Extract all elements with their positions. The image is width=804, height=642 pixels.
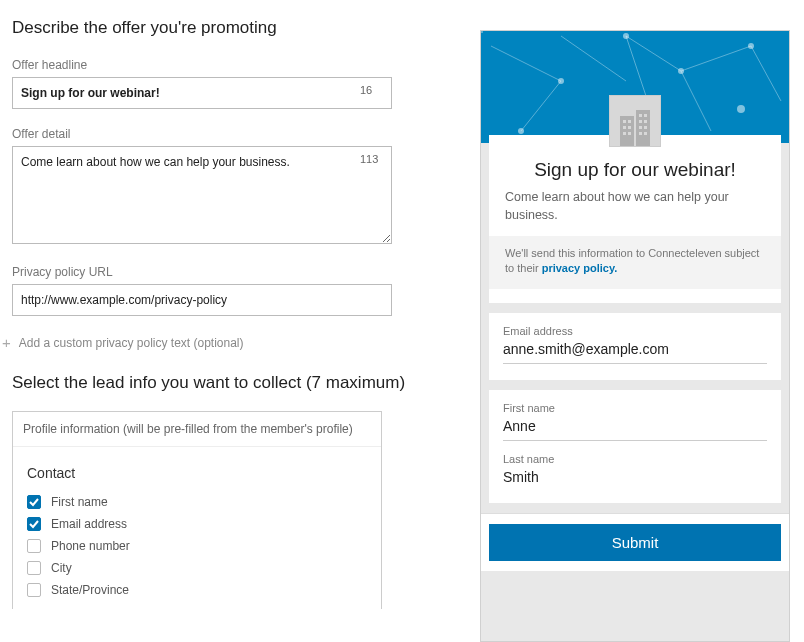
preview-disclosure: We'll send this information to Connectel… xyxy=(489,236,781,289)
section-title-offer: Describe the offer you're promoting xyxy=(12,18,460,38)
svg-rect-22 xyxy=(639,114,642,117)
offer-headline-charcount: 16 xyxy=(360,84,372,96)
svg-line-3 xyxy=(681,46,751,71)
field-privacy-url: Privacy policy URL xyxy=(12,265,460,316)
form-preview-pane: Sign up for our webinar! Come learn abou… xyxy=(480,30,790,642)
submit-bar: Submit xyxy=(481,513,789,571)
add-privacy-text-row[interactable]: + Add a custom privacy policy text (opti… xyxy=(12,334,460,351)
svg-rect-16 xyxy=(623,120,626,123)
form-editor-pane: Describe the offer you're promoting Offe… xyxy=(0,0,480,642)
preview-card: Sign up for our webinar! Come learn abou… xyxy=(489,135,781,303)
checkbox-icon[interactable] xyxy=(27,561,41,575)
svg-line-6 xyxy=(681,71,711,131)
svg-point-8 xyxy=(558,78,564,84)
checkbox-checked-icon[interactable] xyxy=(27,517,41,531)
svg-rect-14 xyxy=(620,116,634,146)
email-label: Email address xyxy=(503,325,767,337)
svg-line-0 xyxy=(491,46,561,81)
svg-rect-23 xyxy=(644,114,647,117)
checkbox-label: Email address xyxy=(51,517,127,531)
profile-info-box: Profile information (will be pre-filled … xyxy=(12,411,382,609)
offer-detail-charcount: 113 xyxy=(360,153,378,165)
svg-point-10 xyxy=(678,68,684,74)
firstname-value[interactable]: Anne xyxy=(503,418,767,441)
building-icon xyxy=(618,110,652,146)
svg-rect-17 xyxy=(628,120,631,123)
privacy-url-label: Privacy policy URL xyxy=(12,265,460,279)
checkbox-row-phone-number[interactable]: Phone number xyxy=(27,539,367,553)
preview-detail: Come learn about how we can help your bu… xyxy=(505,189,765,224)
svg-point-11 xyxy=(748,43,754,49)
checkbox-label: City xyxy=(51,561,72,575)
checkbox-row-email-address[interactable]: Email address xyxy=(27,517,367,531)
preview-email-group: Email address anne.smith@example.com xyxy=(489,313,781,380)
email-value[interactable]: anne.smith@example.com xyxy=(503,341,767,364)
field-offer-headline: Offer headline 16 xyxy=(12,58,460,109)
checkbox-label: State/Province xyxy=(51,583,129,597)
svg-line-4 xyxy=(751,46,781,101)
profile-info-header: Profile information (will be pre-filled … xyxy=(13,412,381,447)
checkbox-label: Phone number xyxy=(51,539,130,553)
svg-rect-19 xyxy=(628,126,631,129)
preview-headline: Sign up for our webinar! xyxy=(505,159,765,181)
svg-rect-24 xyxy=(639,120,642,123)
firstname-label: First name xyxy=(503,402,767,414)
svg-rect-27 xyxy=(644,126,647,129)
checkbox-row-city[interactable]: City xyxy=(27,561,367,575)
svg-line-5 xyxy=(521,81,561,131)
preview-name-group: First name Anne Last name Smith xyxy=(489,390,781,503)
svg-rect-15 xyxy=(636,110,650,146)
privacy-policy-link[interactable]: privacy policy. xyxy=(542,262,618,274)
field-offer-detail: Offer detail 113 xyxy=(12,127,460,247)
contact-title: Contact xyxy=(27,465,367,481)
svg-rect-26 xyxy=(639,126,642,129)
offer-headline-input[interactable] xyxy=(12,77,392,109)
checkbox-row-first-name[interactable]: First name xyxy=(27,495,367,509)
svg-point-9 xyxy=(623,33,629,39)
lastname-value[interactable]: Smith xyxy=(503,469,767,487)
svg-point-13 xyxy=(518,128,524,134)
offer-headline-label: Offer headline xyxy=(12,58,460,72)
checkbox-row-state-province[interactable]: State/Province xyxy=(27,583,367,597)
contact-section: Contact First nameEmail addressPhone num… xyxy=(13,447,381,597)
submit-button[interactable]: Submit xyxy=(489,524,781,561)
svg-line-2 xyxy=(626,36,681,71)
svg-rect-18 xyxy=(623,126,626,129)
checkbox-checked-icon[interactable] xyxy=(27,495,41,509)
svg-rect-28 xyxy=(639,132,642,135)
section-title-leadinfo: Select the lead info you want to collect… xyxy=(12,373,460,393)
company-logo-placeholder xyxy=(609,95,661,147)
svg-line-1 xyxy=(561,36,626,81)
add-privacy-text-label: Add a custom privacy policy text (option… xyxy=(19,336,244,350)
svg-rect-29 xyxy=(644,132,647,135)
checkbox-icon[interactable] xyxy=(27,539,41,553)
offer-detail-textarea[interactable] xyxy=(12,146,392,244)
checkbox-icon[interactable] xyxy=(27,583,41,597)
svg-rect-25 xyxy=(644,120,647,123)
svg-rect-21 xyxy=(628,132,631,135)
svg-rect-20 xyxy=(623,132,626,135)
checkbox-label: First name xyxy=(51,495,108,509)
svg-point-12 xyxy=(737,105,745,113)
lastname-label: Last name xyxy=(503,453,767,465)
privacy-url-input[interactable] xyxy=(12,284,392,316)
plus-icon: + xyxy=(2,334,11,351)
offer-detail-label: Offer detail xyxy=(12,127,460,141)
